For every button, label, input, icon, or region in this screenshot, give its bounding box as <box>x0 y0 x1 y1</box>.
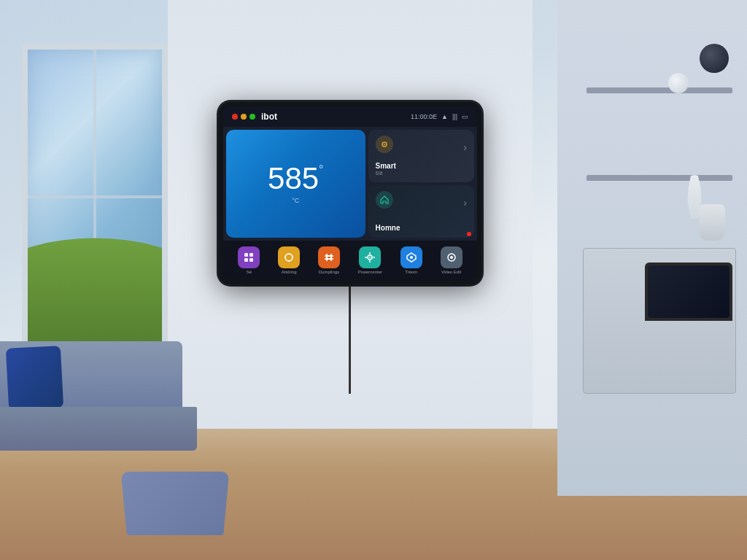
svg-rect-12 <box>325 258 333 260</box>
shelf-1 <box>587 88 732 93</box>
svg-point-16 <box>369 257 371 258</box>
temperature-tile[interactable]: 585 ° °C <box>226 130 365 238</box>
front-cushion-1 <box>19 472 113 528</box>
sofa-pillow-blue <box>6 346 63 411</box>
temperature-unit: ° <box>319 163 323 176</box>
dock-label-6: Video Edit <box>441 270 461 274</box>
svg-point-22 <box>410 256 413 259</box>
signal-icon: ||| <box>452 113 457 120</box>
svg-rect-14 <box>330 254 332 261</box>
logo-dot-yellow <box>241 114 247 120</box>
panel-cable <box>349 284 351 394</box>
dark-sphere-decoration <box>700 44 729 73</box>
shelf-2 <box>587 175 732 181</box>
dock-item-3[interactable]: Dumplings <box>318 246 340 274</box>
svg-point-24 <box>450 256 453 259</box>
dock-item-5[interactable]: Tréom <box>400 246 422 274</box>
right-wall <box>557 0 747 496</box>
time-display: 11:00:0E <box>411 113 437 120</box>
right-tiles: › Smart SIt › <box>368 130 474 238</box>
window-left <box>22 44 168 350</box>
smart-tile-subtitle: SIt <box>376 170 467 176</box>
dock-app-icon-4 <box>364 252 376 263</box>
logo-dot-red <box>232 114 238 120</box>
home-tile[interactable]: › Homne <box>368 185 474 238</box>
dock-icon-5 <box>400 246 422 268</box>
dock-label-4: Pswercenter <box>358 270 382 274</box>
smart-tile-title: Smart <box>376 162 467 170</box>
panel-screen: ibot 11:00:0E ▲ ||| ▭ 585 ° °C <box>223 106 477 280</box>
dock-label-3: Dumplings <box>319 270 339 274</box>
status-icons: 11:00:0E ▲ ||| ▭ <box>411 113 468 120</box>
dock-item-6[interactable]: Video Edit <box>441 246 462 274</box>
home-tile-icon <box>376 191 393 209</box>
svg-rect-11 <box>325 255 333 257</box>
white-sphere-decoration <box>668 73 689 93</box>
dock-label-2: Attéring <box>282 270 297 274</box>
red-indicator-dot <box>467 232 471 236</box>
dock-label-5: Tréom <box>405 270 417 274</box>
dock-icon-3 <box>318 246 340 268</box>
dock-app-icon-3 <box>323 252 335 263</box>
smart-speaker <box>699 204 725 241</box>
svg-point-6 <box>285 254 293 261</box>
panel-logo: ibot <box>232 112 277 122</box>
dock-app-icon-2 <box>283 252 295 263</box>
dock-app-icon-5 <box>406 252 417 263</box>
svg-rect-2 <box>244 253 248 257</box>
dock-item-2[interactable]: Attéring <box>278 246 300 274</box>
settings-icon <box>379 139 390 149</box>
dock-label-1: Sé <box>247 270 252 274</box>
dock-item-1[interactable]: Sé <box>238 246 260 274</box>
front-cushion-2 <box>121 472 230 535</box>
svg-rect-5 <box>249 258 253 262</box>
svg-rect-13 <box>326 254 328 261</box>
panel-header: ibot 11:00:0E ▲ ||| ▭ <box>223 106 477 127</box>
smart-tile[interactable]: › Smart SIt <box>368 130 474 182</box>
smart-home-panel: ibot 11:00:0E ▲ ||| ▭ 585 ° °C <box>219 102 481 284</box>
dock-icon-2 <box>278 246 300 268</box>
svg-rect-4 <box>244 258 248 262</box>
dock-icon-1 <box>238 246 260 268</box>
temperature-label: °C <box>292 197 299 204</box>
window-hills <box>28 168 162 344</box>
sofa-seat <box>0 407 197 451</box>
dock-icon-6 <box>441 246 462 268</box>
sofa-area <box>0 341 197 487</box>
temperature-value: 585 <box>268 163 319 194</box>
smart-tile-arrow: › <box>463 141 467 153</box>
logo-dot-green <box>249 114 255 120</box>
svg-point-1 <box>384 144 385 145</box>
app-dock: Sé Attéring <box>223 241 477 280</box>
home-tile-title: Homne <box>376 224 467 232</box>
home-icon <box>379 195 390 205</box>
svg-rect-3 <box>249 253 253 257</box>
smart-tile-icon <box>376 136 393 153</box>
dock-app-icon-6 <box>446 252 457 263</box>
panel-main-content: 585 ° °C › <box>223 127 477 241</box>
home-tile-arrow: › <box>463 197 467 209</box>
dock-item-4[interactable]: Pswercenter <box>358 246 382 274</box>
dock-icon-4 <box>359 246 381 268</box>
wifi-icon: ▲ <box>441 113 448 120</box>
laptop-device <box>645 262 732 321</box>
battery-icon: ▭ <box>462 113 468 120</box>
laptop-screen <box>648 265 729 318</box>
brand-name: ibot <box>261 112 277 122</box>
dock-app-icon-1 <box>243 252 255 263</box>
